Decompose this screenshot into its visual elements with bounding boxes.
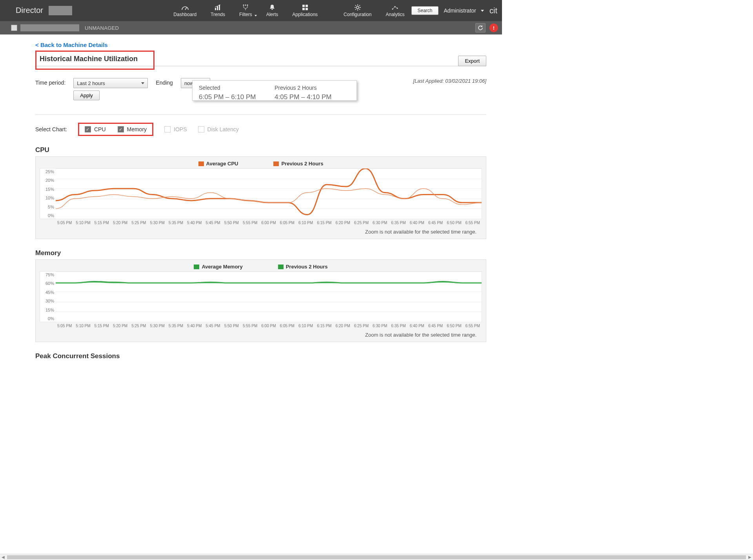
svg-line-20 [359,5,360,6]
svg-rect-1 [215,8,216,10]
brand-text: Director [16,6,43,14]
filter-row: Time period: Last 2 hours Apply Ending n… [35,78,486,100]
subbar: UNMANAGED ! [0,21,502,34]
tooltip-selected-value: 6:05 PM – 6:10 PM [199,93,275,101]
nav-analytics[interactable]: Analytics [378,2,411,20]
swatch-icon [273,161,279,166]
grid-icon [302,4,308,11]
legend-prev-mem: Previous 2 Hours [278,264,328,270]
topbar: Director Dashboard Trends Filters Alerts… [0,0,502,21]
svg-line-0 [185,7,187,10]
legend-label: Average Memory [202,264,242,270]
svg-line-18 [359,9,360,10]
legend-avg-mem: Average Memory [194,264,242,270]
chk-disk-latency: ✓Disk Latency [198,126,239,132]
apply-button[interactable]: Apply [73,91,100,100]
svg-rect-2 [217,6,218,10]
cpu-chart-box: Average CPU Previous 2 Hours 25%20%15%10… [35,156,486,239]
cpu-plot[interactable] [56,169,482,219]
nav-configuration[interactable]: Configuration [336,2,378,20]
nav-applications[interactable]: Applications [285,2,325,20]
time-period-label: Time period: [35,78,65,86]
legend-avg-cpu: Average CPU [198,161,238,167]
caret-down-icon [255,15,257,16]
legend-label: Previous 2 Hours [286,264,328,270]
legend-label: Average CPU [206,161,238,167]
divider [35,114,486,115]
cpu-section: CPU Average CPU Previous 2 Hours 25%20%1… [35,146,486,239]
memory-plot[interactable] [56,272,482,322]
alert-badge[interactable]: ! [489,24,498,32]
chk-iops-label: IOPS [174,126,187,132]
time-period-value: Last 2 hours [77,80,105,86]
swatch-icon [194,265,199,269]
chk-memory[interactable]: ✓Memory [118,126,147,132]
chk-disk-latency-label: Disk Latency [207,126,239,132]
cpu-y-axis: 25%20%15%10%5%0% [40,169,56,219]
memory-zoom-note: Zoom is not available for the selected t… [40,328,482,339]
admin-menu[interactable]: Administrator [444,7,484,14]
swatch-icon [198,161,204,166]
legend-label: Previous 2 Hours [281,161,323,167]
chk-cpu[interactable]: ✓CPU [85,126,106,132]
swatch-icon [278,265,284,269]
svg-point-4 [243,5,244,6]
memory-y-axis: 75%60%45%30%15%0% [40,272,56,322]
chk-iops: ✓IOPS [164,126,187,132]
cpu-zoom-note: Zoom is not available for the selected t… [40,225,482,236]
svg-rect-11 [306,8,308,10]
ending-label: Ending [156,78,173,86]
nav-dashboard[interactable]: Dashboard [166,2,204,20]
nav-filters[interactable]: Filters [232,2,259,20]
memory-chart-box: Average Memory Previous 2 Hours 75%60%45… [35,259,486,342]
nav-label: Trends [211,12,225,17]
memory-legend: Average Memory Previous 2 Hours [40,264,482,270]
svg-line-19 [355,9,356,10]
vendor-logo-text: cit [489,6,497,15]
svg-rect-3 [219,5,220,10]
nav-alerts[interactable]: Alerts [259,2,286,20]
svg-rect-7 [271,9,273,10]
nav-trends[interactable]: Trends [204,2,232,20]
last-applied: [Last Applied: 03/02/2021 19:06] [413,78,486,84]
chk-cpu-label: CPU [94,126,106,132]
nav-right: Search Administrator cit [411,6,502,15]
admin-label: Administrator [444,7,476,14]
refresh-button[interactable] [475,23,486,33]
filter-icon [242,4,249,11]
refresh-icon [478,25,483,31]
server-icon [11,25,17,31]
nav-label: Dashboard [173,12,196,17]
machine-status: UNMANAGED [85,25,119,31]
sessions-section: Peak Concurrent Sessions [35,352,486,360]
nav-label: Alerts [266,12,278,17]
page-title-highlight: Historical Machine Utilization [35,51,155,70]
select-chart-label: Select Chart: [35,126,67,132]
content: < Back to Machine Details Historical Mac… [0,34,502,378]
search-button[interactable]: Search [411,6,438,15]
svg-line-17 [355,5,356,6]
gauge-icon [181,4,189,11]
gear-icon [355,4,361,11]
checkbox-checked-icon: ✓ [85,126,91,132]
legend-prev-cpu: Previous 2 Hours [273,161,323,167]
svg-point-6 [247,5,248,6]
caret-down-icon [141,82,144,84]
tooltip-previous-label: Previous 2 Hours [275,85,350,91]
time-tooltip: Selected 6:05 PM – 6:10 PM Previous 2 Ho… [192,80,357,101]
back-link[interactable]: < Back to Machine Details [35,42,108,48]
cpu-plot-wrap: 25%20%15%10%5%0% [40,168,482,219]
svg-rect-8 [302,5,305,7]
export-button[interactable]: Export [458,56,486,66]
svg-point-5 [245,5,246,6]
brand: Director [0,6,80,16]
memory-plot-wrap: 75%60%45%30%15%0% [40,271,482,322]
svg-point-12 [356,6,359,9]
time-period-dropdown[interactable]: Last 2 hours [73,78,148,88]
memory-x-axis: 5:05 PM5:10 PM5:15 PM5:20 PM5:25 PM5:30 … [40,322,482,328]
memory-title: Memory [35,249,486,257]
nav-label: Configuration [344,12,371,17]
analytics-icon [391,4,398,11]
brand-logo-box [49,6,72,15]
nav-label: Analytics [386,12,404,17]
